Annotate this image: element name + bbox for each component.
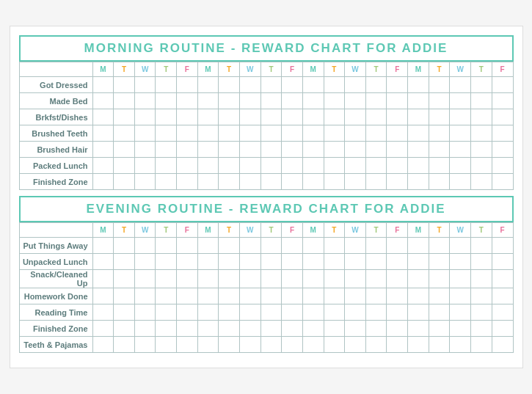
- morning-cell[interactable]: [177, 174, 198, 190]
- morning-cell[interactable]: [302, 109, 324, 125]
- evening-cell[interactable]: [282, 254, 303, 270]
- morning-cell[interactable]: [324, 158, 345, 174]
- evening-cell[interactable]: [239, 321, 260, 337]
- morning-cell[interactable]: [345, 77, 366, 93]
- evening-cell[interactable]: [429, 238, 450, 254]
- evening-cell[interactable]: [387, 254, 408, 270]
- morning-cell[interactable]: [324, 77, 345, 93]
- evening-cell[interactable]: [239, 238, 260, 254]
- evening-cell[interactable]: [408, 337, 429, 353]
- evening-cell[interactable]: [492, 254, 513, 270]
- morning-cell[interactable]: [156, 109, 177, 125]
- evening-cell[interactable]: [92, 304, 114, 321]
- morning-cell[interactable]: [260, 174, 282, 190]
- evening-cell[interactable]: [197, 321, 219, 337]
- morning-cell[interactable]: [177, 109, 198, 125]
- evening-cell[interactable]: [302, 270, 324, 288]
- evening-cell[interactable]: [134, 337, 156, 353]
- morning-cell[interactable]: [324, 142, 345, 158]
- evening-cell[interactable]: [429, 337, 450, 353]
- evening-cell[interactable]: [177, 238, 198, 254]
- evening-cell[interactable]: [365, 321, 387, 337]
- evening-cell[interactable]: [92, 321, 114, 337]
- morning-cell[interactable]: [156, 77, 177, 93]
- evening-cell[interactable]: [219, 238, 240, 254]
- evening-cell[interactable]: [282, 238, 303, 254]
- evening-cell[interactable]: [282, 304, 303, 321]
- morning-cell[interactable]: [492, 142, 513, 158]
- morning-cell[interactable]: [324, 125, 345, 142]
- evening-cell[interactable]: [324, 304, 345, 321]
- evening-cell[interactable]: [177, 270, 198, 288]
- morning-cell[interactable]: [219, 93, 240, 109]
- morning-cell[interactable]: [387, 109, 408, 125]
- morning-cell[interactable]: [387, 125, 408, 142]
- evening-cell[interactable]: [197, 270, 219, 288]
- morning-cell[interactable]: [302, 142, 324, 158]
- evening-cell[interactable]: [260, 337, 282, 353]
- morning-cell[interactable]: [324, 174, 345, 190]
- morning-cell[interactable]: [429, 109, 450, 125]
- evening-cell[interactable]: [408, 254, 429, 270]
- morning-cell[interactable]: [134, 77, 156, 93]
- evening-cell[interactable]: [450, 238, 471, 254]
- morning-cell[interactable]: [345, 158, 366, 174]
- evening-cell[interactable]: [387, 270, 408, 288]
- evening-cell[interactable]: [197, 254, 219, 270]
- evening-cell[interactable]: [408, 304, 429, 321]
- evening-cell[interactable]: [450, 288, 471, 304]
- evening-cell[interactable]: [324, 337, 345, 353]
- evening-cell[interactable]: [471, 254, 492, 270]
- evening-cell[interactable]: [365, 337, 387, 353]
- evening-cell[interactable]: [365, 254, 387, 270]
- evening-cell[interactable]: [429, 321, 450, 337]
- morning-cell[interactable]: [134, 174, 156, 190]
- evening-cell[interactable]: [387, 337, 408, 353]
- morning-cell[interactable]: [408, 109, 429, 125]
- evening-cell[interactable]: [345, 270, 366, 288]
- morning-cell[interactable]: [365, 93, 387, 109]
- evening-cell[interactable]: [114, 304, 135, 321]
- evening-cell[interactable]: [365, 304, 387, 321]
- morning-cell[interactable]: [408, 93, 429, 109]
- evening-cell[interactable]: [302, 321, 324, 337]
- morning-cell[interactable]: [114, 174, 135, 190]
- morning-cell[interactable]: [492, 174, 513, 190]
- evening-cell[interactable]: [156, 304, 177, 321]
- morning-cell[interactable]: [408, 174, 429, 190]
- morning-cell[interactable]: [345, 109, 366, 125]
- morning-cell[interactable]: [114, 77, 135, 93]
- evening-cell[interactable]: [177, 337, 198, 353]
- morning-cell[interactable]: [156, 174, 177, 190]
- morning-cell[interactable]: [197, 125, 219, 142]
- evening-cell[interactable]: [219, 321, 240, 337]
- evening-cell[interactable]: [92, 337, 114, 353]
- morning-cell[interactable]: [450, 174, 471, 190]
- evening-cell[interactable]: [345, 254, 366, 270]
- evening-cell[interactable]: [260, 304, 282, 321]
- morning-cell[interactable]: [471, 77, 492, 93]
- evening-cell[interactable]: [429, 254, 450, 270]
- evening-cell[interactable]: [282, 270, 303, 288]
- morning-cell[interactable]: [429, 142, 450, 158]
- morning-cell[interactable]: [282, 109, 303, 125]
- evening-cell[interactable]: [345, 321, 366, 337]
- evening-cell[interactable]: [324, 254, 345, 270]
- morning-cell[interactable]: [239, 77, 260, 93]
- morning-cell[interactable]: [408, 142, 429, 158]
- morning-cell[interactable]: [219, 142, 240, 158]
- evening-cell[interactable]: [387, 321, 408, 337]
- morning-cell[interactable]: [345, 142, 366, 158]
- morning-cell[interactable]: [219, 174, 240, 190]
- evening-cell[interactable]: [302, 304, 324, 321]
- evening-cell[interactable]: [429, 288, 450, 304]
- morning-cell[interactable]: [492, 158, 513, 174]
- morning-cell[interactable]: [302, 174, 324, 190]
- morning-cell[interactable]: [134, 93, 156, 109]
- morning-cell[interactable]: [197, 93, 219, 109]
- morning-cell[interactable]: [239, 109, 260, 125]
- morning-cell[interactable]: [450, 142, 471, 158]
- morning-cell[interactable]: [197, 109, 219, 125]
- morning-cell[interactable]: [114, 142, 135, 158]
- evening-cell[interactable]: [114, 288, 135, 304]
